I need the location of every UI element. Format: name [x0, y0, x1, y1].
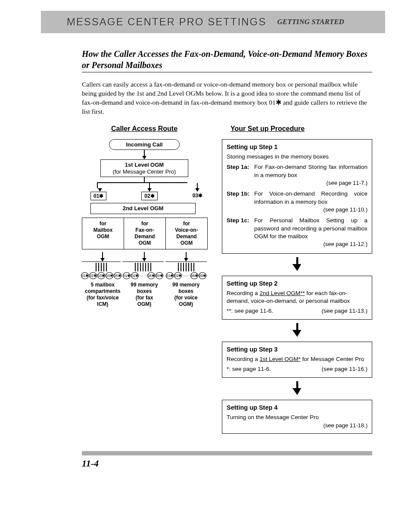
flow-fax-circles: 01✱02✱·······98✱99✱ — [122, 272, 164, 279]
header-title: MESSAGE CENTER PRO SETTINGS — [67, 16, 266, 28]
flow-second-level-ogm: 2nd Level OGM — [90, 203, 196, 214]
setup-step-2: Setting up Step 2 Recording a 2nd Level … — [222, 276, 372, 320]
flow-code-03: 03✱ — [193, 192, 202, 199]
flow-mailbox-circles: 01✱02✱03✱04✱05✱ — [82, 272, 121, 279]
setup-step-1: Setting up Step 1 Storing messages in th… — [222, 139, 372, 254]
flow-heading: Caller Access Route — [82, 125, 207, 133]
page-number: 11-4 — [82, 458, 411, 469]
flow-voice-circles: 01✱02✱·······98✱99✱ — [165, 272, 207, 279]
setup-heading: Your Set up Procedure — [230, 125, 372, 133]
footer-divider — [82, 451, 372, 455]
setup-procedure: Your Set up Procedure Setting up Step 1 … — [222, 125, 372, 434]
setup-step-3: Setting up Step 3 Recording a 1st Level … — [222, 342, 372, 378]
flow-incoming-call: Incoming Call — [109, 139, 180, 150]
intro-paragraph: Callers can easily access a fax-on-deman… — [82, 80, 372, 116]
arrow-down-icon — [222, 257, 372, 272]
header-subtitle: GETTING STARTED — [277, 18, 344, 26]
flow-code-02: 02✱ — [141, 192, 157, 200]
caller-access-route: Caller Access Route Incoming Call 1st Le… — [82, 125, 207, 434]
arrow-down-icon — [222, 381, 372, 396]
flow-code-01: 01✱ — [90, 192, 106, 200]
page-header: MESSAGE CENTER PRO SETTINGS GETTING STAR… — [41, 11, 385, 33]
flow-ogm-options: for Mailbox OGM for Fax-on- Demand OGM f… — [82, 218, 208, 249]
flow-captions: 5 mailbox compartments (for fax/voice IC… — [82, 282, 207, 308]
arrow-down-icon — [222, 323, 372, 338]
flow-first-level-ogm: 1st Level OGM (for Message Center Pro) — [100, 159, 188, 177]
section-title: How the Caller Accesses the Fax-on-Deman… — [82, 48, 372, 72]
setup-step-4: Setting up Step 4 Turning on the Message… — [222, 400, 372, 434]
